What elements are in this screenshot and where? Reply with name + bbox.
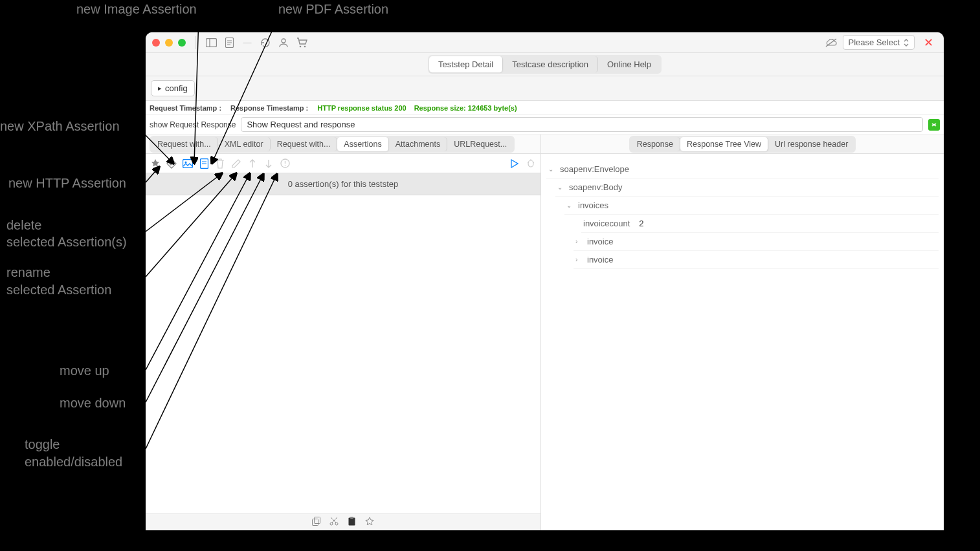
tab-response[interactable]: Response — [630, 137, 680, 151]
svg-point-15 — [282, 39, 285, 43]
tab-assertions[interactable]: Assertions — [337, 137, 388, 151]
show-request-select[interactable]: Show Request and response — [241, 117, 923, 132]
svg-line-35 — [332, 517, 337, 523]
config-label: config — [165, 83, 188, 93]
rename-assertion-icon[interactable] — [230, 158, 242, 169]
tab-response-tree[interactable]: Response Tree View — [680, 137, 768, 151]
tab-url-request[interactable]: URLRequest... — [447, 137, 513, 151]
tree-node-invoice-1[interactable]: › invoice — [574, 233, 939, 251]
svg-rect-38 — [350, 517, 353, 519]
refresh-icon[interactable] — [259, 36, 272, 49]
tab-attachments[interactable]: Attachments — [389, 137, 447, 151]
project-select-label: Please Select — [849, 38, 900, 47]
new-image-assertion-icon[interactable] — [182, 158, 194, 169]
callout-move-up: move up — [60, 363, 109, 378]
callout-image-assertion: new Image Assertion — [76, 2, 197, 17]
tab-online-help[interactable]: Online Help — [598, 56, 660, 72]
tree-node-envelope[interactable]: ⌄ soapenv:Envelope — [546, 160, 939, 178]
response-size: Response size: 124653 byte(s) — [414, 104, 517, 112]
user-icon[interactable] — [277, 36, 290, 49]
move-up-icon[interactable] — [247, 158, 258, 169]
svg-point-33 — [330, 523, 333, 525]
svg-point-27 — [528, 160, 533, 167]
debug-icon[interactable] — [525, 158, 537, 169]
assertion-list-header: 0 assertion(s) for this teststep — [146, 173, 540, 195]
new-xpath-assertion-icon[interactable] — [166, 158, 177, 169]
copy-icon[interactable] — [312, 517, 320, 528]
run-icon[interactable] — [509, 158, 520, 169]
callout-http-assertion: new HTTP Assertion — [8, 176, 126, 191]
svg-rect-32 — [315, 517, 320, 524]
chevron-down-icon: ⌄ — [566, 202, 574, 209]
svg-rect-19 — [183, 159, 193, 167]
right-inner-tabs-row: Response Response Tree View Url response… — [541, 135, 944, 154]
dash-icon[interactable]: — — [241, 36, 254, 49]
tab-testcase-description[interactable]: Testcase description — [503, 56, 598, 72]
cloud-off-icon[interactable] — [825, 36, 838, 49]
toggle-enabled-icon[interactable] — [279, 158, 291, 169]
tree-label: soapenv:Envelope — [560, 164, 629, 174]
tab-request-with-2[interactable]: Request with... — [271, 137, 338, 151]
window-minimize[interactable] — [165, 39, 173, 47]
tree-label: soapenv:Body — [569, 182, 622, 192]
assertion-list-body — [146, 195, 540, 513]
svg-point-34 — [335, 523, 338, 525]
right-inner-tabs: Response Response Tree View Url response… — [629, 136, 856, 153]
project-select[interactable]: Please Select — [843, 35, 915, 50]
new-pdf-assertion-icon[interactable] — [198, 158, 210, 169]
response-tree: ⌄ soapenv:Envelope ⌄ soapenv:Body ⌄ invo… — [541, 154, 944, 276]
status-row: Request Timestamp : Response Timestamp :… — [146, 101, 944, 115]
expand-button[interactable] — [928, 119, 940, 131]
main-tabs-row: Teststep Detail Testcase description Onl… — [146, 53, 944, 76]
left-inner-tabs: Request with... XML editor Request with.… — [150, 136, 515, 153]
chevron-right-icon: › — [575, 238, 583, 245]
config-button[interactable]: ▸ config — [151, 80, 195, 96]
expand-icon — [931, 122, 937, 128]
tab-request-with-1[interactable]: Request with... — [151, 137, 218, 151]
config-row: ▸ config — [146, 76, 944, 101]
callout-rename-1: rename — [6, 265, 50, 280]
callout-delete-2: selected Assertion(s) — [6, 235, 127, 250]
callout-xpath-assertion: new XPath Assertion — [0, 119, 120, 134]
window-close[interactable] — [152, 39, 160, 47]
tree-node-invoice-2[interactable]: › invoice — [574, 251, 939, 269]
main-tabs: Teststep Detail Testcase description Onl… — [428, 55, 662, 74]
favorite-icon[interactable] — [365, 517, 374, 528]
tree-node-invoicecount[interactable]: invoicecount 2 — [581, 215, 939, 233]
right-pane: Response Response Tree View Url response… — [541, 135, 944, 530]
new-http-assertion-icon[interactable] — [150, 158, 161, 169]
http-status: HTTP response status 200 — [317, 104, 406, 112]
tree-label: invoicecount — [583, 219, 630, 228]
assertion-toolbar — [146, 154, 540, 173]
window-zoom[interactable] — [178, 39, 186, 47]
paste-icon[interactable] — [348, 517, 356, 528]
callout-pdf-assertion: new PDF Assertion — [278, 2, 388, 17]
chevron-down-icon: ⌄ — [548, 166, 556, 173]
chevron-right-icon: › — [575, 256, 583, 263]
svg-rect-31 — [313, 519, 318, 526]
request-timestamp-label: Request Timestamp : — [150, 104, 221, 112]
callout-move-down: move down — [60, 396, 126, 411]
app-window: — Please Select ✕ Teststep Detail Testca… — [146, 32, 944, 530]
tree-node-invoices[interactable]: ⌄ invoices — [564, 197, 939, 215]
sidebar-toggle-icon[interactable] — [205, 36, 217, 49]
assertion-count-label: 0 assertion(s) for this teststep — [152, 179, 534, 189]
callout-toggle-2: enabled/disabled — [25, 455, 122, 470]
close-x-button[interactable]: ✕ — [920, 36, 937, 50]
delete-assertion-icon[interactable] — [214, 158, 226, 169]
chevron-down-icon: ⌄ — [557, 184, 565, 191]
tab-xml-editor[interactable]: XML editor — [218, 137, 271, 151]
cut-icon[interactable] — [329, 517, 339, 528]
cart-icon[interactable] — [295, 36, 308, 49]
chevron-right-icon: ▸ — [158, 84, 162, 92]
show-request-row: show Request Response Show Request and r… — [146, 115, 944, 135]
move-down-icon[interactable] — [263, 158, 274, 169]
svg-rect-9 — [206, 38, 216, 47]
document-icon[interactable] — [223, 36, 236, 49]
tab-url-response-header[interactable]: Url response header — [768, 137, 854, 151]
svg-rect-37 — [349, 518, 355, 526]
tab-teststep-detail[interactable]: Teststep Detail — [429, 56, 503, 72]
callout-rename-2: selected Assertion — [6, 283, 111, 297]
tree-node-body[interactable]: ⌄ soapenv:Body — [555, 178, 939, 197]
separator — [195, 36, 195, 49]
